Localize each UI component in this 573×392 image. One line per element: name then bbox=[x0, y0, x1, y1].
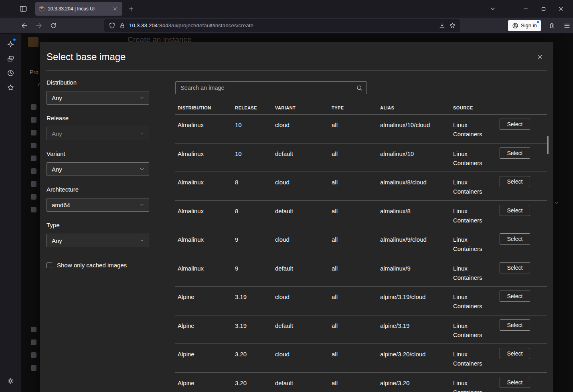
search-icon[interactable] bbox=[354, 82, 365, 93]
url-bar[interactable]: 10.3.33.204:8443/ui/project/default/inst… bbox=[104, 19, 460, 32]
image-table-body: Almalinux 10 cloud all almalinux/10/clou… bbox=[175, 115, 547, 392]
select-image-button[interactable]: Select bbox=[500, 377, 530, 388]
cell-variant: cloud bbox=[273, 172, 329, 200]
back-button[interactable] bbox=[18, 20, 30, 32]
chevron-down-icon bbox=[139, 131, 145, 136]
select-image-button[interactable]: Select bbox=[500, 233, 530, 244]
sign-in-notification-dot bbox=[537, 21, 539, 23]
reload-button[interactable] bbox=[47, 20, 59, 32]
cell-action: Select bbox=[500, 344, 547, 372]
cell-action: Select bbox=[500, 258, 547, 287]
project-selector-dimmed: Pro bbox=[30, 69, 40, 75]
type-select[interactable]: Any bbox=[47, 234, 149, 247]
extensions-puzzle-icon[interactable] bbox=[546, 20, 558, 32]
cell-action: Select bbox=[500, 287, 547, 315]
cell-type: all bbox=[329, 373, 378, 392]
cell-type: all bbox=[329, 258, 378, 287]
select-image-button[interactable]: Select bbox=[500, 205, 530, 216]
image-table-row: Alpine 3.20 default all alpine/3.20 Linu… bbox=[175, 373, 547, 392]
cell-variant: default bbox=[273, 143, 329, 172]
url-text: 10.3.33.204:8443/ui/project/default/inst… bbox=[129, 22, 437, 28]
settings-gear-icon[interactable] bbox=[4, 374, 17, 387]
dimmed-sidebar-icon bbox=[31, 194, 36, 200]
ai-chat-sparkle-icon[interactable] bbox=[4, 38, 17, 51]
dimmed-sidebar-icon bbox=[31, 130, 36, 135]
select-image-button[interactable]: Select bbox=[500, 262, 530, 273]
cell-source: Linux Containers bbox=[451, 258, 492, 287]
cell-distribution: Almalinux bbox=[175, 229, 233, 258]
dimmed-sidebar-icon bbox=[31, 104, 36, 110]
hamburger-menu-icon[interactable] bbox=[561, 20, 573, 32]
image-search-input[interactable] bbox=[176, 85, 354, 91]
select-image-button[interactable]: Select bbox=[500, 319, 530, 331]
incus-logo-dimmed bbox=[28, 37, 38, 47]
header-actions bbox=[500, 105, 547, 114]
cell-type: all bbox=[329, 287, 378, 315]
cell-release: 8 bbox=[233, 172, 273, 200]
tracking-protection-shield-icon[interactable] bbox=[107, 20, 117, 31]
cell-action: Select bbox=[500, 201, 547, 229]
dimmed-sidebar-icon bbox=[31, 117, 36, 123]
header-type: TYPE bbox=[329, 105, 378, 114]
cell-type: all bbox=[329, 143, 378, 172]
minimize-button[interactable] bbox=[517, 2, 535, 15]
tab-title: 10.3.33.204 | Incus UI bbox=[48, 6, 111, 12]
cell-action: Select bbox=[500, 172, 547, 200]
cell-distribution: Almalinux bbox=[175, 201, 233, 229]
select-image-button[interactable]: Select bbox=[500, 291, 530, 302]
modal-title: Select base image bbox=[47, 51, 547, 63]
distribution-select[interactable]: Any bbox=[47, 91, 149, 105]
cell-source: Linux Containers bbox=[451, 344, 492, 372]
cached-images-checkbox[interactable] bbox=[47, 263, 52, 268]
select-image-button[interactable]: Select bbox=[500, 119, 530, 130]
cell-action: Select bbox=[500, 315, 547, 344]
bookmarks-star-icon[interactable] bbox=[4, 81, 17, 94]
cell-release: 9 bbox=[233, 229, 273, 258]
maximize-button[interactable] bbox=[535, 2, 552, 15]
close-window-button[interactable] bbox=[552, 2, 570, 15]
select-image-button[interactable]: Select bbox=[500, 148, 530, 159]
firefox-vertical-toolbar bbox=[0, 34, 21, 392]
new-tab-button[interactable] bbox=[126, 3, 137, 14]
cell-alias: almalinux/10 bbox=[378, 143, 451, 172]
dimmed-sidebar-icon bbox=[31, 339, 36, 345]
table-scrollbar-thumb[interactable] bbox=[547, 136, 549, 154]
sidebar-toggle-icon[interactable] bbox=[18, 3, 29, 14]
modal-close-icon[interactable] bbox=[535, 52, 545, 62]
list-all-tabs-chevron-icon[interactable] bbox=[487, 3, 498, 14]
select-base-image-modal: Select base image Distribution Any bbox=[40, 42, 553, 392]
history-clock-icon[interactable] bbox=[4, 67, 17, 79]
architecture-value: amd64 bbox=[52, 202, 70, 208]
select-image-button[interactable]: Select bbox=[500, 176, 530, 187]
image-list-panel: DISTRIBUTION RELEASE VARIANT TYPE ALIAS … bbox=[175, 79, 547, 392]
browser-tab[interactable]: 10.3.33.204 | Incus UI bbox=[35, 2, 122, 16]
header-release: RELEASE bbox=[233, 105, 273, 114]
tab-close-icon[interactable] bbox=[111, 5, 119, 13]
tab-groups-icon[interactable] bbox=[4, 52, 17, 65]
dimmed-sidebar-icon bbox=[31, 143, 36, 148]
image-table-row: Almalinux 9 cloud all almalinux/9/cloud … bbox=[175, 229, 547, 258]
bookmark-star-icon[interactable] bbox=[447, 20, 458, 31]
modal-header: Select base image bbox=[46, 42, 547, 71]
cell-distribution: Almalinux bbox=[175, 258, 233, 287]
image-table-row: Alpine 3.20 cloud all alpine/3.20/cloud … bbox=[175, 344, 547, 373]
architecture-select[interactable]: amd64 bbox=[47, 198, 149, 212]
variant-select[interactable]: Any bbox=[47, 162, 149, 176]
type-label: Type bbox=[47, 222, 149, 228]
chevron-down-icon bbox=[139, 166, 145, 172]
select-image-button[interactable]: Select bbox=[500, 348, 530, 359]
sign-in-button[interactable]: Sign in bbox=[508, 20, 541, 31]
save-page-icon[interactable] bbox=[437, 20, 447, 31]
cell-distribution: Alpine bbox=[175, 315, 233, 344]
connection-lock-icon[interactable] bbox=[117, 20, 128, 31]
cell-alias: alpine/3.20 bbox=[378, 373, 451, 392]
cell-alias: almalinux/9/cloud bbox=[378, 229, 451, 258]
cached-images-checkbox-row[interactable]: Show only cached images bbox=[47, 262, 149, 269]
dimmed-chevron-down-icon bbox=[553, 200, 560, 208]
cell-type: all bbox=[329, 229, 378, 258]
variant-label: Variant bbox=[47, 150, 149, 157]
forward-button[interactable] bbox=[33, 20, 45, 32]
cell-source: Linux Containers bbox=[451, 172, 492, 200]
image-table-row: Alpine 3.19 cloud all alpine/3.19/cloud … bbox=[175, 287, 547, 315]
cell-source: Linux Containers bbox=[451, 143, 492, 172]
